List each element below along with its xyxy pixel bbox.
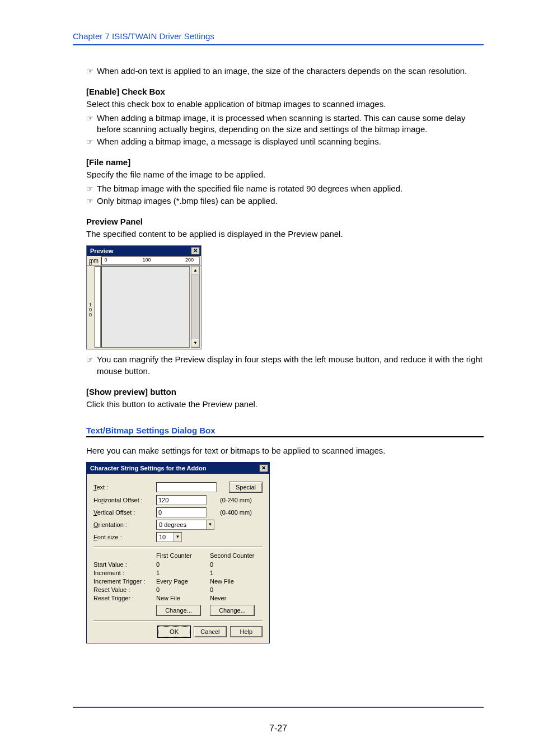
chevron-down-icon[interactable]: ▼: [174, 533, 181, 542]
start-value-c2: 0: [210, 561, 263, 568]
filename-note-1-text: The bitmap image with the specified file…: [97, 183, 484, 194]
increment-c1: 1: [156, 570, 210, 576]
pointer-icon: ☞: [86, 113, 93, 124]
chapter-header: Chapter 7 ISIS/TWAIN Driver Settings: [73, 31, 484, 41]
first-counter-header: First Counter: [156, 552, 210, 559]
reset-trigger-c2: Never: [210, 595, 263, 601]
cancel-button[interactable]: Cancel: [194, 626, 226, 637]
close-icon[interactable]: ✕: [191, 247, 200, 255]
preview-scrollbar[interactable]: ▲ ▼: [191, 266, 200, 348]
note-addon: ☞ When add-on text is applied to an imag…: [86, 66, 484, 77]
horizontal-offset-range: (0-240 mm): [220, 497, 252, 503]
dialog-separator: [93, 620, 263, 622]
font-size-select[interactable]: 10 ▼: [156, 532, 182, 542]
filename-note-2-text: Only bitmap images (*.bmp files) can be …: [97, 195, 484, 207]
help-button[interactable]: Help: [230, 626, 263, 637]
enable-note-1: ☞ When adding a bitmap image, it is proc…: [86, 113, 484, 136]
footer-rule: [73, 707, 484, 708]
special-button[interactable]: Special: [229, 482, 263, 493]
reset-trigger-c1: New File: [156, 595, 210, 601]
note-addon-text: When add-on text is applied to an image,…: [97, 66, 484, 77]
preview-h-ruler: 0 100 200: [101, 256, 200, 265]
dialog-separator: [93, 547, 263, 548]
increment-trigger-c2: New File: [210, 578, 263, 585]
increment-trigger-label: Increment Trigger :: [93, 578, 156, 585]
heading-enable: [Enable] Check Box: [86, 87, 484, 96]
pointer-icon: ☞: [86, 183, 93, 194]
start-value-c1: 0: [156, 561, 210, 568]
scroll-up-icon[interactable]: ▲: [191, 267, 199, 274]
orientation-select[interactable]: 0 degrees ▼: [156, 520, 214, 530]
preview-title: Preview: [90, 248, 114, 254]
ruler-tick-0: 0: [104, 257, 107, 263]
counter-header: First Counter Second Counter: [93, 552, 263, 559]
dialog-titlebar: Character String Settings for the Addon …: [87, 463, 269, 474]
chevron-down-icon[interactable]: ▼: [206, 520, 214, 529]
section-desc: Here you can make settings for text or b…: [86, 445, 484, 456]
horizontal-offset-label: Horizontal Offset :: [93, 497, 156, 503]
orientation-value: 0 degrees: [157, 520, 189, 529]
dialog-title: Character String Settings for the Addon: [90, 465, 206, 472]
header-rule: [73, 44, 484, 45]
ok-button[interactable]: OK: [158, 626, 190, 637]
pointer-icon: ☞: [86, 354, 93, 365]
heading-filename: [File name]: [86, 157, 484, 167]
ruler-tick-200: 200: [185, 257, 194, 263]
change-second-button[interactable]: Change...: [210, 605, 255, 616]
preview-v-ruler: [95, 266, 101, 348]
reset-trigger-label: Reset Trigger :: [93, 595, 156, 601]
enable-note-1-text: When adding a bitmap image, it is proces…: [97, 113, 484, 136]
filename-desc: Specify the file name of the image to be…: [86, 169, 484, 180]
row-reset-value: Reset Value : 0 0: [93, 586, 263, 593]
filename-note-2: ☞ Only bitmap images (*.bmp files) can b…: [86, 195, 484, 207]
row-start-value: Start Value : 0 0: [93, 561, 263, 568]
vertical-offset-input[interactable]: 0: [156, 507, 207, 517]
preview-v-label: 0 1 0 0: [87, 297, 93, 318]
font-size-value: 10: [157, 533, 168, 542]
preview-note: ☞ You can magnify the Preview display in…: [86, 354, 484, 377]
page-number: 7-27: [73, 724, 484, 734]
filename-note-1: ☞ The bitmap image with the specified fi…: [86, 183, 484, 194]
change-first-button[interactable]: Change...: [156, 605, 201, 616]
pointer-icon: ☞: [86, 136, 93, 147]
pointer-icon: ☞: [86, 195, 93, 207]
start-value-label: Start Value :: [93, 561, 156, 568]
second-counter-header: Second Counter: [210, 552, 263, 559]
reset-value-label: Reset Value :: [93, 586, 156, 593]
page-footer: 7-27: [73, 707, 484, 734]
section-rule: [86, 436, 484, 437]
section-title: Text/Bitmap Settings Dialog Box: [86, 426, 484, 435]
reset-value-c2: 0: [210, 586, 263, 593]
row-reset-trigger: Reset Trigger : New File Never: [93, 595, 263, 601]
preview-titlebar: Preview ✕: [87, 246, 201, 256]
horizontal-offset-input[interactable]: 120: [156, 495, 207, 505]
preview-area[interactable]: [101, 266, 190, 348]
addon-settings-dialog: Character String Settings for the Addon …: [86, 462, 270, 643]
row-increment: Increment : 1 1: [93, 570, 263, 576]
text-input[interactable]: [156, 482, 217, 492]
close-icon[interactable]: ✕: [259, 464, 268, 472]
preview-panel: Preview ✕ mm 0 100 200 0 1 0: [86, 245, 202, 349]
increment-c2: 1: [210, 570, 263, 576]
orientation-label: Orientation :: [93, 521, 156, 528]
pointer-icon: ☞: [86, 66, 93, 77]
show-preview-desc: Click this button to activate the Previe…: [86, 399, 484, 410]
heading-preview: Preview Panel: [86, 217, 484, 226]
v-ruler-100-3: 0: [87, 312, 93, 318]
text-label: Text :: [93, 484, 156, 491]
v-ruler-0: 0: [87, 262, 93, 267]
enable-note-2: ☞ When adding a bitmap image, a message …: [86, 136, 484, 147]
enable-note-2-text: When adding a bitmap image, a message is…: [97, 136, 484, 147]
increment-trigger-c1: Every Page: [156, 578, 210, 585]
enable-desc: Select this check box to enable applicat…: [86, 99, 484, 110]
font-size-label: Font size :: [93, 534, 156, 540]
heading-show-preview: [Show preview] button: [86, 387, 484, 396]
vertical-offset-label: Vertical Offset :: [93, 509, 156, 516]
vertical-offset-range: (0-400 mm): [220, 509, 252, 516]
row-increment-trigger: Increment Trigger : Every Page New File: [93, 578, 263, 585]
preview-note-text: You can magnify the Preview display in f…: [97, 354, 484, 377]
preview-desc: The specified content to be applied is d…: [86, 228, 484, 240]
reset-value-c1: 0: [156, 586, 210, 593]
scroll-down-icon[interactable]: ▼: [191, 339, 199, 347]
increment-label: Increment :: [93, 570, 156, 576]
